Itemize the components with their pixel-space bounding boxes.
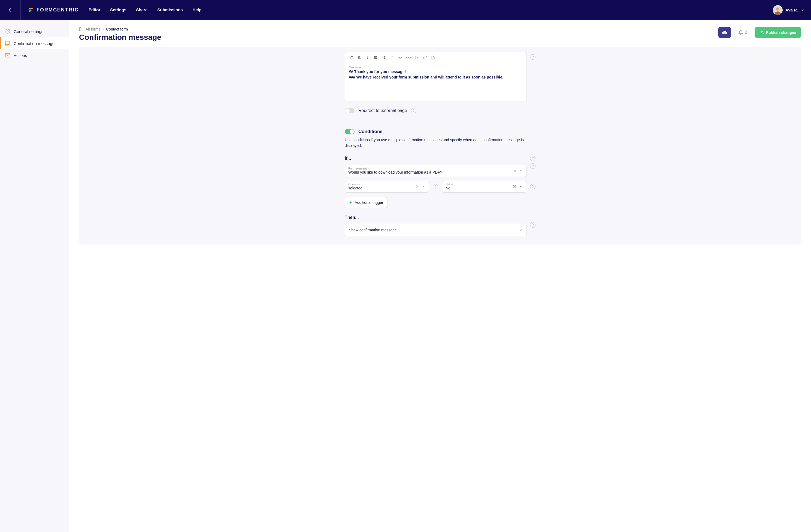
then-label: Then... (345, 215, 535, 220)
plus-icon: + (349, 200, 352, 205)
then-action-value: Show confirmation message (349, 228, 519, 232)
back-button[interactable] (0, 0, 21, 20)
svg-point-7 (7, 31, 9, 32)
chevron-right-icon: › (103, 27, 104, 31)
bell-icon (738, 30, 743, 35)
field-value: Would you like to download your informat… (348, 170, 511, 174)
help-icon[interactable]: ? (530, 54, 535, 60)
toolbar-unordered-list[interactable] (372, 55, 379, 61)
value-select[interactable]: Value No ✕ (442, 181, 526, 193)
editor-content-line1: ## Thank you for you message! (349, 70, 523, 74)
toolbar-quote[interactable]: ” (388, 55, 396, 61)
toolbar-link[interactable] (421, 55, 428, 61)
help-icon[interactable]: ? (530, 163, 535, 169)
sidebar-item-actions[interactable]: Actions (0, 49, 69, 61)
save-button[interactable] (718, 27, 731, 38)
conditions-toggle[interactable] (345, 129, 354, 134)
page-title: Confirmation message (79, 33, 718, 42)
help-icon[interactable]: ? (530, 156, 535, 161)
conditions-label: Conditions (358, 129, 383, 134)
topbar: FORMCENTRIC Editor Settings Share Submis… (0, 0, 811, 20)
breadcrumb-current: Contact form (106, 27, 128, 31)
user-menu[interactable]: Ava R. (773, 5, 805, 15)
add-trigger-label: Additional trigger (354, 200, 383, 205)
toolbar-bold[interactable]: B (356, 55, 363, 61)
sidebar-item-label: Confirmation message (14, 41, 55, 46)
logo-text: FORMCENTRIC (36, 7, 79, 13)
publish-label: Publish changes (766, 30, 796, 35)
svg-point-14 (374, 57, 374, 58)
cloud-check-icon (722, 29, 728, 35)
nav-settings[interactable]: Settings (110, 6, 126, 14)
svg-text:PDF: PDF (432, 58, 434, 59)
help-icon[interactable]: ? (530, 184, 535, 189)
toolbar-pdf[interactable]: PDF (429, 55, 437, 61)
mail-icon (5, 52, 10, 58)
upload-icon (760, 30, 764, 35)
sidebar-item-label: Actions (14, 53, 27, 58)
sidebar-item-label: General settings (14, 29, 43, 34)
clear-icon[interactable]: ✕ (512, 184, 516, 189)
sidebar: General settings Confirmation message Ac… (0, 20, 69, 532)
operator-select[interactable]: Operator selected ✕ (345, 181, 429, 193)
toolbar-image[interactable] (413, 55, 420, 61)
form-element-select[interactable]: Form element Would you like to download … (345, 165, 527, 177)
nav-editor[interactable]: Editor (89, 6, 100, 14)
sidebar-item-confirmation-message[interactable]: Confirmation message (0, 37, 69, 49)
toolbar-text-size[interactable]: тT (348, 55, 355, 61)
divider (345, 121, 535, 121)
svg-rect-3 (29, 11, 31, 12)
help-icon[interactable]: ? (530, 222, 535, 228)
notifications-button[interactable]: 0 (734, 27, 751, 38)
toolbar-ordered-list[interactable]: 123 (380, 55, 387, 61)
folder-icon (79, 27, 83, 31)
field-value: selected (348, 186, 413, 190)
field-label: Form element (348, 167, 511, 170)
then-action-select[interactable]: Show confirmation message (345, 224, 527, 236)
redirect-label: Redirect to external page (358, 108, 407, 113)
field-label: Operator (348, 183, 413, 186)
conditions-description: Use conditions if you use multiple confi… (345, 137, 535, 149)
toolbar-italic[interactable]: I (364, 55, 371, 61)
logo-mark-icon (28, 7, 34, 13)
chevron-down-icon[interactable] (422, 184, 425, 188)
field-label: Value (446, 183, 510, 186)
redirect-toggle[interactable] (345, 108, 354, 113)
toolbar-codeblock[interactable]: </> (405, 55, 412, 61)
if-label: If... (345, 156, 527, 161)
main-nav: Editor Settings Share Submissions Help (89, 6, 201, 14)
help-icon[interactable]: ? (411, 108, 416, 113)
field-value: No (446, 186, 510, 190)
message-editor: тT B I 123 ” <> </> PDF (345, 52, 527, 101)
logo: FORMCENTRIC (21, 7, 87, 13)
nav-submissions[interactable]: Submissions (157, 6, 183, 14)
main-content: All forms › Contact form Confirmation me… (69, 20, 811, 532)
editor-content-line2: ### We have received your form submissio… (349, 75, 523, 79)
avatar (773, 5, 783, 15)
editor-textarea[interactable]: Message ## Thank you for you message! ##… (345, 63, 526, 101)
gear-icon (5, 29, 10, 34)
user-name: Ava R. (785, 7, 798, 12)
publish-button[interactable]: Publish changes (754, 27, 801, 38)
sidebar-item-general-settings[interactable]: General settings (0, 25, 69, 37)
svg-text:3: 3 (382, 58, 383, 59)
nav-help[interactable]: Help (193, 6, 202, 14)
svg-point-23 (416, 57, 416, 57)
add-trigger-button[interactable]: + Additional trigger (345, 197, 388, 208)
chevron-down-icon[interactable] (519, 184, 523, 188)
chevron-down-icon (519, 228, 523, 232)
toolbar-code[interactable]: <> (397, 55, 404, 61)
breadcrumb-root[interactable]: All forms (86, 27, 100, 31)
chevron-down-icon[interactable] (519, 169, 523, 172)
nav-share[interactable]: Share (136, 6, 148, 14)
editor-label: Message (349, 66, 523, 69)
help-icon[interactable]: ? (433, 184, 438, 189)
clear-icon[interactable]: ✕ (415, 184, 419, 189)
svg-rect-2 (29, 10, 32, 11)
svg-point-15 (374, 58, 374, 59)
svg-rect-1 (29, 8, 33, 9)
clear-icon[interactable]: ✕ (513, 168, 517, 173)
arrow-left-icon (7, 7, 13, 13)
svg-point-5 (776, 7, 779, 11)
notification-count: 0 (745, 30, 747, 35)
